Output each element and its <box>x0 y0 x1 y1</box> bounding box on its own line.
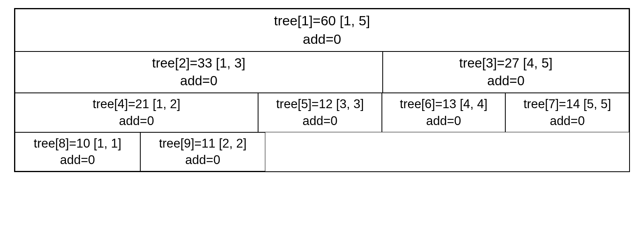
tree-node-4: tree[4]=21 [1, 2] add=0 <box>15 93 258 132</box>
node-value-range: tree[3]=27 [4, 5] <box>459 54 552 72</box>
node-add-value: add=0 <box>185 152 220 168</box>
node-add-value: add=0 <box>426 113 461 129</box>
tree-node-9: tree[9]=11 [2, 2] add=0 <box>140 132 266 172</box>
node-value-range: tree[7]=14 [5, 5] <box>523 96 611 113</box>
tree-node-7: tree[7]=14 [5, 5] add=0 <box>505 93 629 132</box>
tree-node-5: tree[5]=12 [3, 3] add=0 <box>258 93 382 132</box>
node-value-range: tree[8]=10 [1, 1] <box>34 135 121 152</box>
node-value-range: tree[2]=33 [1, 3] <box>152 54 245 72</box>
node-add-value: add=0 <box>487 72 525 90</box>
tree-level-1: tree[1]=60 [1, 5] add=0 <box>15 9 629 51</box>
node-add-value: add=0 <box>119 113 154 129</box>
node-add-value: add=0 <box>180 72 217 90</box>
tree-node-3: tree[3]=27 [4, 5] add=0 <box>383 51 629 93</box>
node-add-value: add=0 <box>60 152 95 168</box>
tree-node-8: tree[8]=10 [1, 1] add=0 <box>15 132 140 172</box>
node-add-value: add=0 <box>550 113 585 129</box>
tree-node-1: tree[1]=60 [1, 5] add=0 <box>15 9 629 51</box>
node-add-value: add=0 <box>303 30 341 49</box>
node-value-range: tree[6]=13 [4, 4] <box>400 96 488 113</box>
node-value-range: tree[9]=11 [2, 2] <box>159 135 246 152</box>
tree-node-6: tree[6]=13 [4, 4] add=0 <box>382 93 506 132</box>
tree-level-4: tree[8]=10 [1, 1] add=0 tree[9]=11 [2, 2… <box>15 132 629 172</box>
node-value-range: tree[1]=60 [1, 5] <box>274 12 370 30</box>
node-add-value: add=0 <box>302 113 337 129</box>
segment-tree-diagram: tree[1]=60 [1, 5] add=0 tree[2]=33 [1, 3… <box>14 8 630 172</box>
tree-level-3: tree[4]=21 [1, 2] add=0 tree[5]=12 [3, 3… <box>15 93 629 132</box>
tree-node-2: tree[2]=33 [1, 3] add=0 <box>15 51 383 93</box>
empty-space <box>265 132 629 172</box>
tree-level-2: tree[2]=33 [1, 3] add=0 tree[3]=27 [4, 5… <box>15 51 629 93</box>
node-value-range: tree[5]=12 [3, 3] <box>276 96 364 113</box>
node-value-range: tree[4]=21 [1, 2] <box>93 96 180 113</box>
